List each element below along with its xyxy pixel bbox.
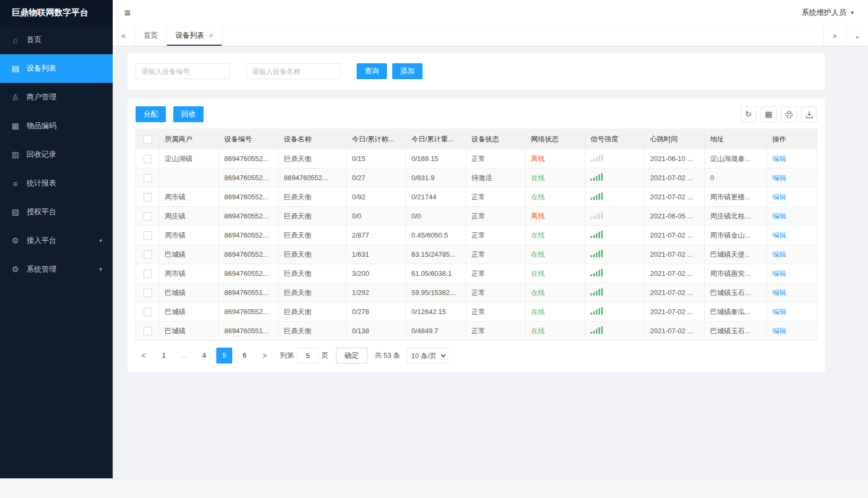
signal-strength-icon bbox=[591, 173, 603, 181]
tabs-menu-icon[interactable]: ⌄ bbox=[846, 26, 868, 46]
page-size-select[interactable]: 10 条/页 bbox=[407, 348, 448, 364]
edit-link[interactable]: 编辑 bbox=[772, 231, 786, 239]
row-checkbox[interactable] bbox=[144, 327, 152, 335]
query-button[interactable]: 查询 bbox=[357, 63, 387, 79]
row-check-cell bbox=[136, 226, 159, 245]
assign-button[interactable]: 分配 bbox=[136, 106, 166, 122]
network-status-badge: 在线 bbox=[531, 231, 545, 239]
prev-page-icon[interactable]: < bbox=[136, 348, 151, 364]
signal-strength-icon bbox=[591, 212, 603, 219]
cell-device-no: 8694760552... bbox=[219, 264, 279, 283]
cell-address: 巴城镇泰泓... bbox=[705, 302, 767, 322]
cell-merchant: 周市镇 bbox=[159, 226, 219, 245]
user-menu[interactable]: 系统维护人员 ▼ bbox=[802, 8, 855, 18]
signal-strength-icon bbox=[591, 288, 603, 296]
device-no-input[interactable] bbox=[136, 63, 230, 79]
print-icon[interactable] bbox=[781, 106, 797, 122]
column-header: 设备状态 bbox=[466, 129, 526, 149]
table-row: 巴城镇8694760551...巨鼎天衡0/1380/4849.7正常在线202… bbox=[136, 322, 818, 341]
network-status-badge: 离线 bbox=[531, 155, 545, 163]
tab-首页[interactable]: 首页 bbox=[135, 26, 167, 46]
edit-link[interactable]: 编辑 bbox=[772, 155, 786, 163]
column-header: 心跳时间 bbox=[645, 129, 705, 149]
edit-link[interactable]: 编辑 bbox=[772, 193, 786, 201]
table-row: 淀山湖镇8694760552...巨鼎天衡0/150/169.15正常离线202… bbox=[136, 149, 818, 168]
row-check-cell bbox=[136, 264, 159, 283]
row-checkbox[interactable] bbox=[144, 212, 152, 221]
tabs-scroll-right-icon[interactable]: » bbox=[823, 26, 846, 46]
edit-link[interactable]: 编辑 bbox=[772, 250, 786, 258]
sidebar-item-system-mgmt[interactable]: 系统管理▼ bbox=[0, 255, 113, 284]
page-button-1[interactable]: 1 bbox=[156, 348, 172, 364]
column-header: 所属商户 bbox=[159, 129, 219, 149]
sidebar-item-auth-platform[interactable]: 授权平台 bbox=[0, 198, 113, 226]
table-row: 8694760552...8694760552...0/270/831.9待激活… bbox=[136, 168, 818, 188]
row-check-cell bbox=[136, 283, 159, 302]
columns-filter-icon[interactable]: ▦ bbox=[761, 106, 777, 122]
device-name-input[interactable] bbox=[246, 63, 341, 79]
tab-设备列表[interactable]: 设备列表× bbox=[167, 26, 222, 46]
row-check-cell bbox=[136, 302, 159, 322]
page-button-5[interactable]: 5 bbox=[216, 348, 232, 364]
row-checkbox[interactable] bbox=[144, 250, 152, 259]
add-button[interactable]: 添加 bbox=[392, 63, 423, 79]
tabs-scroll-left-icon[interactable]: « bbox=[113, 26, 135, 46]
cell-device-name: 巨鼎天衡 bbox=[279, 149, 347, 168]
close-icon[interactable]: × bbox=[209, 31, 213, 40]
main-area: ≡ 系统维护人员 ▼ « 首页设备列表× » ⌄ 查询 添加 bbox=[113, 0, 868, 478]
sidebar-item-recycle-record[interactable]: 回收记录 bbox=[0, 140, 113, 169]
sidebar-item-label: 物品编码 bbox=[27, 121, 56, 131]
edit-link[interactable]: 编辑 bbox=[772, 174, 786, 182]
lines-icon bbox=[10, 179, 21, 188]
cell-today-weight: 63.15/24785... bbox=[406, 245, 466, 264]
edit-link[interactable]: 编辑 bbox=[772, 212, 786, 220]
cell-device-no: 8694760552... bbox=[219, 302, 279, 322]
next-page-icon[interactable]: > bbox=[257, 348, 273, 364]
select-all-checkbox[interactable] bbox=[144, 135, 152, 144]
cell-today-count: 1/292 bbox=[347, 283, 406, 302]
row-checkbox[interactable] bbox=[144, 174, 152, 182]
row-checkbox[interactable] bbox=[144, 155, 152, 163]
table-row: 巴城镇8694760552...巨鼎天衡0/2780/12642.15正常在线2… bbox=[136, 302, 818, 322]
sidebar-item-label: 回收记录 bbox=[27, 150, 56, 159]
collapse-sidebar-icon[interactable]: ≡ bbox=[113, 7, 142, 19]
sidebar-item-label: 统计报表 bbox=[27, 179, 56, 188]
row-checkbox[interactable] bbox=[144, 289, 152, 297]
row-checkbox[interactable] bbox=[144, 308, 152, 316]
app-logo: 巨鼎物联网数字平台 bbox=[0, 0, 113, 26]
goto-page-input[interactable] bbox=[297, 348, 318, 364]
select-all-cell bbox=[136, 129, 159, 149]
sidebar-item-merchant-mgmt[interactable]: 商户管理 bbox=[0, 83, 113, 112]
edit-link[interactable]: 编辑 bbox=[772, 327, 786, 335]
page-button-4[interactable]: 4 bbox=[196, 348, 212, 364]
recycle-button[interactable]: 回收 bbox=[173, 106, 204, 122]
tab-bar-tabs: 首页设备列表× bbox=[135, 26, 222, 46]
refresh-icon[interactable]: ↻ bbox=[740, 106, 756, 122]
edit-link[interactable]: 编辑 bbox=[772, 269, 786, 277]
cell-address: 0 bbox=[705, 168, 767, 188]
cell-device-no: 8694760552... bbox=[219, 188, 279, 207]
chevron-down-icon: ▼ bbox=[850, 10, 855, 15]
row-checkbox[interactable] bbox=[144, 231, 152, 240]
cell-today-count: 2/877 bbox=[347, 226, 406, 245]
sidebar-item-device-list[interactable]: 设备列表 bbox=[0, 54, 113, 83]
sidebar-item-stats-report[interactable]: 统计报表 bbox=[0, 169, 113, 198]
pagination-pages: 1...456 bbox=[156, 348, 257, 364]
row-checkbox[interactable] bbox=[144, 193, 152, 201]
export-icon[interactable] bbox=[801, 106, 817, 122]
table-row: 巴城镇8694760551...巨鼎天衡1/29259.95/15382...正… bbox=[136, 283, 818, 302]
tab-bar-spacer bbox=[222, 26, 823, 46]
sidebar-item-home[interactable]: 首页 bbox=[0, 26, 113, 54]
device-table: 所属商户设备编号设备名称今日/累计称...今日/累计重...设备状态网络状态信号… bbox=[136, 129, 818, 341]
page-button-6[interactable]: 6 bbox=[237, 348, 252, 364]
sidebar-item-access-platform[interactable]: 接入平台▼ bbox=[0, 226, 113, 255]
confirm-button[interactable]: 确定 bbox=[336, 348, 367, 364]
sidebar-item-item-code[interactable]: 物品编码 bbox=[0, 112, 113, 140]
cell-merchant: 巴城镇 bbox=[159, 245, 219, 264]
row-checkbox[interactable] bbox=[144, 269, 152, 278]
home-icon bbox=[10, 36, 21, 45]
tab-label: 首页 bbox=[144, 31, 158, 40]
edit-link[interactable]: 编辑 bbox=[772, 308, 786, 316]
edit-link[interactable]: 编辑 bbox=[772, 289, 786, 297]
horizontal-scrollbar[interactable] bbox=[0, 478, 868, 498]
